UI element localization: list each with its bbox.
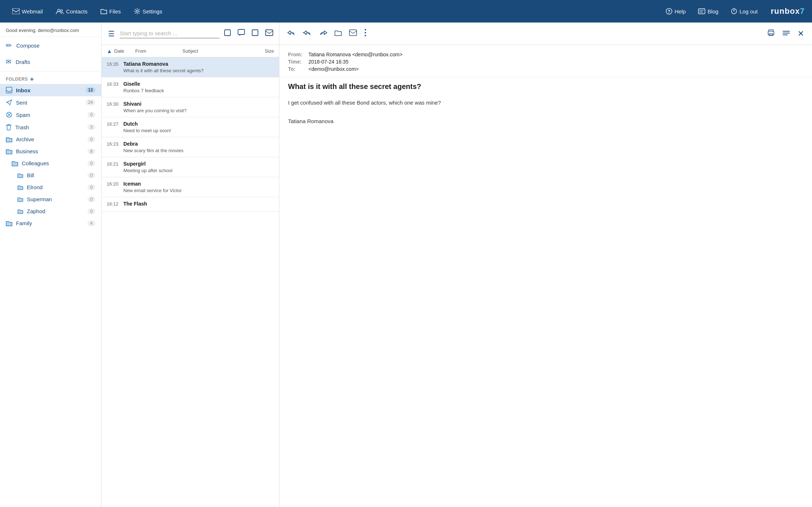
meta-time-row: Time: 2018-07-24 16:35 [288, 59, 803, 65]
from-label: From: [288, 52, 304, 57]
email-subject-preview: New email service for Victor [107, 188, 274, 193]
sidebar-item-inbox[interactable]: Inbox 13 [0, 84, 101, 96]
envelope-icon[interactable] [264, 29, 275, 38]
meta-from-row: From: Tatiana Romanova <demo@runbox.com> [288, 52, 803, 57]
email-time: 16:20 [107, 181, 120, 187]
nav-webmail-label: Webmail [22, 8, 43, 15]
checkbox-icon[interactable] [222, 28, 233, 39]
email-list-item-5[interactable]: 16:23DebraNew scary film at the movies [102, 137, 279, 157]
sidebar-item-family[interactable]: Family 4 [0, 217, 101, 229]
email-column-headers: ▲ Date From Subject Size [102, 45, 279, 57]
drafts-label: Drafts [16, 59, 30, 65]
zaphod-label: Zaphod [27, 208, 84, 214]
email-sender: Tatiana Romanova [123, 61, 168, 67]
topnav-left-items: Webmail Contacts Files Settings [7, 5, 661, 17]
nav-contacts[interactable]: Contacts [51, 5, 93, 17]
email-subject-preview: Meeting up after school [107, 168, 274, 173]
square-icon[interactable] [250, 28, 260, 39]
sort-icon[interactable]: ▲ [107, 48, 112, 54]
col-size-header[interactable]: Size [258, 48, 274, 54]
chat-bubble-icon[interactable] [236, 28, 246, 39]
sent-count: 24 [86, 100, 95, 105]
email-time: 16:27 [107, 121, 120, 127]
sidebar-item-bill[interactable]: Bill 0 [0, 169, 101, 181]
sidebar-item-business[interactable]: Business 8 [0, 145, 101, 157]
nav-blog[interactable]: Blog [693, 5, 723, 17]
to-label: To: [288, 66, 304, 72]
family-folder-icon [6, 220, 12, 226]
elrond-label: Elrond [27, 184, 84, 190]
inbox-count: 13 [86, 87, 95, 93]
hamburger-menu-icon[interactable]: ☰ [106, 28, 117, 40]
nav-help[interactable]: ? Help [661, 5, 691, 17]
forward-icon[interactable] [317, 28, 329, 39]
more-options-icon[interactable] [362, 27, 369, 40]
mark-read-icon[interactable] [347, 28, 359, 39]
email-list-item-1[interactable]: 16:35Tatiana RomanovaWhat is it with all… [102, 57, 279, 77]
user-greeting: Good evening, demo@runbox.com [0, 23, 101, 37]
nav-webmail[interactable]: Webmail [7, 5, 48, 17]
col-from-header[interactable]: From [135, 48, 183, 54]
top-navigation: Webmail Contacts Files Settings ? Help B… [0, 0, 812, 23]
email-list-item-3[interactable]: 16:30ShivaniWhen are you coming to visit… [102, 97, 279, 117]
col-date-header[interactable]: Date [114, 48, 135, 54]
sidebar-item-colleagues[interactable]: Colleagues 0 [0, 157, 101, 169]
drafts-button[interactable]: ✉ Drafts [0, 54, 101, 70]
col-subject-header[interactable]: Subject [183, 48, 258, 54]
print-icon[interactable] [765, 28, 777, 40]
nav-settings[interactable]: Settings [129, 5, 167, 17]
compose-icon: ✏ [6, 41, 12, 50]
nav-logout[interactable]: Log out [726, 5, 763, 17]
sidebar-item-sent[interactable]: Sent 24 [0, 96, 101, 109]
sidebar-item-archive[interactable]: Archive 0 [0, 133, 101, 145]
sidebar-item-superman[interactable]: Superman 0 [0, 193, 101, 205]
time-value: 2018-07-24 16:35 [308, 59, 349, 65]
reply-icon[interactable] [285, 28, 298, 39]
search-input[interactable] [120, 29, 220, 38]
nav-files[interactable]: Files [95, 5, 126, 17]
close-icon[interactable]: ✕ [795, 28, 806, 40]
archive-label: Archive [16, 136, 84, 142]
nav-help-label: Help [674, 8, 686, 15]
email-list-item-4[interactable]: 16:27DutchNeed to meet up soon! [102, 117, 279, 137]
business-count: 8 [87, 149, 95, 154]
sidebar-item-spam[interactable]: Spam 0 [0, 109, 101, 121]
nav-files-label: Files [109, 8, 121, 15]
add-folder-button[interactable]: + [30, 76, 34, 82]
email-list-item-6[interactable]: 16:21SupergirlMeeting up after school [102, 157, 279, 177]
email-sender: The Flash [123, 201, 147, 207]
spam-icon [6, 111, 12, 118]
colleagues-count: 0 [87, 161, 95, 166]
sidebar-item-trash[interactable]: Trash 3 [0, 121, 101, 133]
archive-folder-icon [6, 137, 12, 142]
email-sender: Supergirl [123, 161, 145, 167]
folders-header: Folders + [0, 73, 101, 84]
email-body-line1: I get confused with all these Bond actor… [288, 98, 803, 108]
sidebar-item-zaphod[interactable]: Zaphod 0 [0, 205, 101, 217]
email-time: 16:21 [107, 161, 120, 167]
email-subject-preview: When are you coming to visit? [107, 108, 274, 113]
email-body: I get confused with all these Bond actor… [279, 94, 812, 130]
compose-label: Compose [16, 42, 40, 49]
sidebar-item-elrond[interactable]: Elrond 0 [0, 181, 101, 193]
spam-label: Spam [16, 112, 84, 118]
email-list-item-8[interactable]: 16:12The Flash [102, 197, 279, 212]
compose-button[interactable]: ✏ Compose [0, 37, 101, 54]
view-options-icon[interactable] [780, 28, 792, 39]
elrond-count: 0 [87, 184, 95, 190]
bill-folder-icon [17, 173, 23, 178]
email-list-panel: ☰ ▲ Date From Subject [102, 23, 279, 507]
reply-all-icon[interactable] [300, 28, 314, 39]
svg-rect-8 [6, 87, 12, 93]
email-list-item-2[interactable]: 16:33GiselleRunbox 7 feedback [102, 77, 279, 97]
trash-label: Trash [15, 124, 84, 130]
drafts-icon: ✉ [6, 58, 11, 66]
from-value: Tatiana Romanova <demo@runbox.com> [308, 52, 402, 57]
move-folder-icon[interactable] [332, 28, 344, 39]
email-sender: Debra [123, 141, 138, 147]
business-label: Business [16, 148, 84, 154]
email-list-item-7[interactable]: 16:20IcemanNew email service for Victor [102, 177, 279, 197]
archive-count: 0 [87, 137, 95, 142]
email-view: ✕ From: Tatiana Romanova <demo@runbox.co… [279, 23, 812, 507]
svg-rect-11 [238, 29, 245, 35]
